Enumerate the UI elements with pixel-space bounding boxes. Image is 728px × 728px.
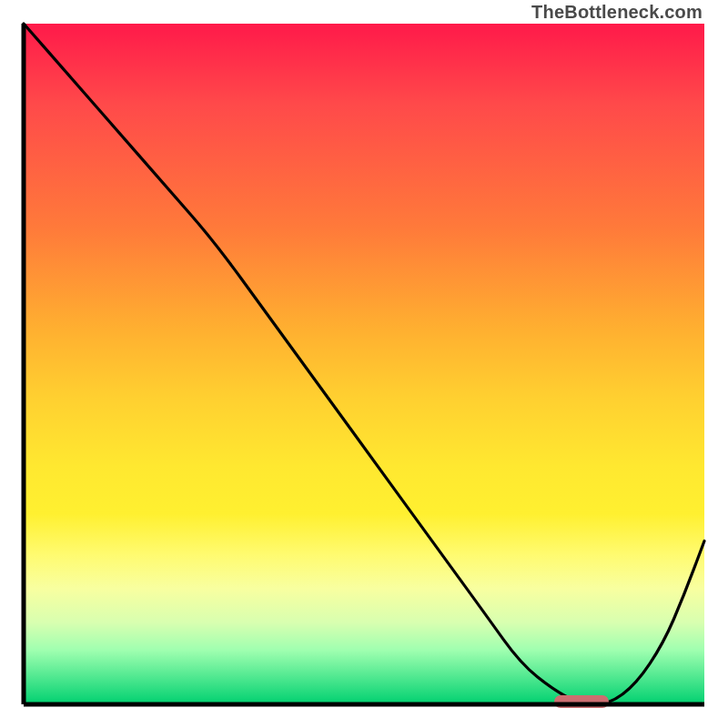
chart-container: TheBottleneck.com — [0, 0, 728, 728]
optimal-range-marker — [554, 695, 609, 708]
watermark-text: TheBottleneck.com — [531, 2, 703, 23]
bottleneck-curve — [24, 24, 704, 704]
